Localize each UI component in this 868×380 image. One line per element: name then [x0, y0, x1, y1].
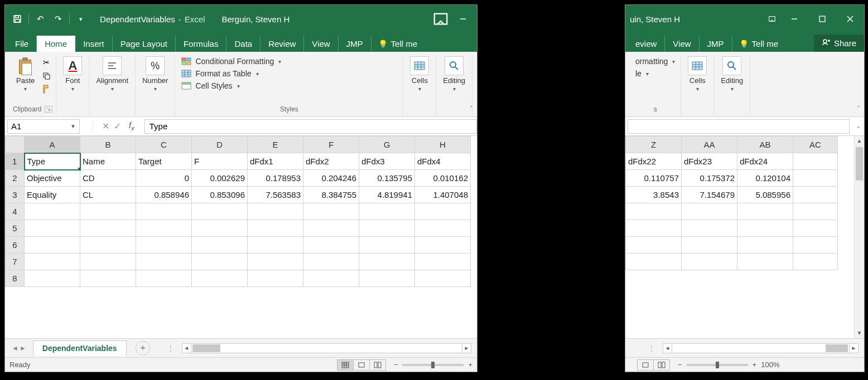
cell[interactable]: Name: [80, 153, 136, 170]
close-button[interactable]: [836, 5, 864, 33]
zoom-out-icon[interactable]: −: [678, 360, 682, 369]
cell[interactable]: [626, 220, 682, 237]
cell[interactable]: 0.204246: [303, 170, 359, 187]
cell[interactable]: [80, 254, 136, 270]
cell[interactable]: [136, 270, 192, 287]
cell[interactable]: dFdx1: [248, 153, 303, 170]
cell[interactable]: [80, 220, 136, 237]
tell-me-search[interactable]: 💡 Tell me: [372, 36, 425, 52]
maximize-button[interactable]: [808, 5, 836, 33]
column-header[interactable]: H: [415, 137, 471, 153]
tab-review-partial[interactable]: eview: [628, 36, 665, 52]
cell[interactable]: 7.154679: [682, 187, 737, 203]
cell[interactable]: 5.085956: [737, 187, 793, 203]
cell[interactable]: [192, 237, 248, 254]
tab-jmp[interactable]: JMP: [339, 36, 372, 52]
cell[interactable]: 0.178953: [248, 170, 303, 187]
ribbon-display-options-icon[interactable]: [764, 5, 780, 33]
cell[interactable]: [793, 153, 838, 170]
column-header[interactable]: B: [80, 137, 136, 153]
zoom-out-icon[interactable]: −: [394, 360, 398, 369]
format-painter-icon[interactable]: [40, 83, 52, 95]
cell[interactable]: 0.135795: [359, 170, 415, 187]
cell[interactable]: [626, 203, 682, 220]
qat-customize-icon[interactable]: ▾: [73, 11, 89, 27]
column-header[interactable]: F: [303, 137, 359, 153]
tell-me-search[interactable]: 💡 Tell me: [732, 36, 785, 52]
page-break-view-icon[interactable]: [369, 359, 386, 371]
cell[interactable]: [303, 237, 359, 254]
cell[interactable]: 4.819941: [359, 187, 415, 203]
vertical-scrollbar[interactable]: ▲ ▼: [854, 136, 864, 338]
cell[interactable]: [793, 237, 838, 254]
cell[interactable]: 0.858946: [136, 187, 192, 203]
cell[interactable]: CD: [80, 170, 136, 187]
cell[interactable]: [192, 270, 248, 287]
paste-button[interactable]: Paste ▾: [13, 55, 38, 93]
tab-data[interactable]: Data: [226, 36, 261, 52]
cell[interactable]: [793, 170, 838, 187]
column-header[interactable]: G: [359, 137, 415, 153]
page-layout-view-icon[interactable]: [637, 359, 654, 371]
row-header[interactable]: 6: [6, 237, 25, 254]
cancel-formula-icon[interactable]: ✕: [102, 121, 109, 131]
row-header[interactable]: 8: [6, 270, 25, 287]
column-header[interactable]: D: [192, 137, 248, 153]
horizontal-scrollbar[interactable]: ◄ ►: [663, 343, 859, 353]
redo-icon[interactable]: ↷: [50, 11, 66, 27]
select-all-corner[interactable]: [6, 137, 25, 153]
cell[interactable]: 0.120104: [737, 170, 793, 187]
formula-input[interactable]: [628, 119, 850, 134]
cell[interactable]: 0.853096: [192, 187, 248, 203]
cell[interactable]: [626, 254, 682, 270]
cell[interactable]: [415, 237, 471, 254]
column-header[interactable]: AB: [737, 137, 793, 153]
editing-button[interactable]: Editing▾: [717, 55, 746, 93]
cell[interactable]: 0.110757: [626, 170, 682, 187]
scroll-left-icon[interactable]: ◄: [182, 344, 191, 353]
cell[interactable]: F: [192, 153, 248, 170]
cell[interactable]: CL: [80, 187, 136, 203]
cell[interactable]: [415, 254, 471, 270]
worksheet-grid[interactable]: ZAAABACdFdx22dFdx23dFdx240.1107570.17537…: [625, 136, 864, 338]
cell[interactable]: 0.002629: [192, 170, 248, 187]
cell[interactable]: [415, 220, 471, 237]
page-layout-view-icon[interactable]: [353, 359, 370, 371]
cell[interactable]: [303, 220, 359, 237]
cell[interactable]: [25, 220, 80, 237]
ribbon-display-options-icon[interactable]: [432, 5, 449, 33]
cell[interactable]: dFdx4: [415, 153, 471, 170]
font-button[interactable]: A Font ▾: [60, 55, 85, 93]
row-header[interactable]: 5: [6, 220, 25, 237]
cell[interactable]: [136, 203, 192, 220]
cell[interactable]: [25, 254, 80, 270]
conditional-formatting-button[interactable]: Conditional Formatting▾: [179, 56, 399, 66]
cell[interactable]: [359, 203, 415, 220]
minimize-button[interactable]: [780, 5, 808, 33]
cell[interactable]: 0: [136, 170, 192, 187]
cell[interactable]: [248, 203, 303, 220]
scroll-right-icon[interactable]: ►: [462, 344, 471, 353]
cell[interactable]: 0.010162: [415, 170, 471, 187]
cell[interactable]: dFdx2: [303, 153, 359, 170]
expand-formula-bar-icon[interactable]: ⌄: [852, 123, 864, 130]
cell[interactable]: Equality: [25, 187, 80, 203]
number-button[interactable]: % Number ▾: [139, 55, 171, 93]
cell[interactable]: [248, 220, 303, 237]
worksheet-grid[interactable]: ABCDEFGH1TypeNameTargetFdFdx1dFdx2dFdx3d…: [5, 136, 477, 338]
cell[interactable]: [192, 203, 248, 220]
zoom-in-icon[interactable]: +: [753, 360, 757, 369]
cell-styles-button[interactable]: Cell Styles▾: [179, 81, 399, 91]
cell[interactable]: [682, 254, 737, 270]
cell[interactable]: [136, 237, 192, 254]
cell[interactable]: 8.384755: [303, 187, 359, 203]
cell[interactable]: [682, 220, 737, 237]
cell[interactable]: Objective: [25, 170, 80, 187]
cell[interactable]: [359, 237, 415, 254]
cell[interactable]: dFdx24: [737, 153, 793, 170]
cell[interactable]: [737, 203, 793, 220]
tab-insert[interactable]: Insert: [75, 36, 113, 52]
minimize-button[interactable]: [449, 5, 477, 33]
cell[interactable]: [737, 254, 793, 270]
format-as-table-button[interactable]: le▾: [633, 69, 677, 79]
